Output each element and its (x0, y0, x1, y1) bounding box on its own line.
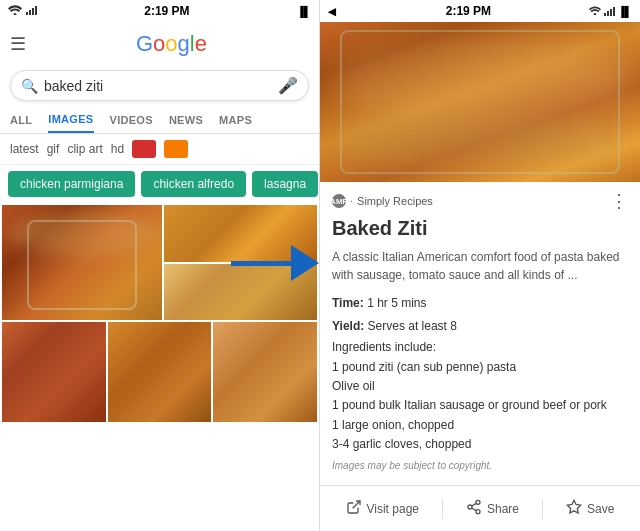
battery-icon: ▐▌ (297, 6, 311, 17)
source-name: Simply Recipes (357, 195, 433, 207)
share-button[interactable]: Share (458, 495, 527, 523)
recipe-time: Time: 1 hr 5 mins (332, 294, 628, 312)
menu-button[interactable]: ☰ (10, 33, 26, 55)
svg-point-0 (14, 13, 17, 15)
tab-videos[interactable]: VIDEOS (110, 108, 153, 132)
amp-icon: AMP (332, 194, 346, 208)
image-6[interactable] (213, 322, 317, 422)
svg-line-6 (472, 508, 477, 511)
grid-row-2 (2, 322, 317, 422)
signal-icon (26, 5, 37, 17)
filter-gif[interactable]: gif (47, 142, 60, 156)
tab-all[interactable]: ALL (10, 108, 32, 132)
save-label: Save (587, 502, 614, 516)
recipe-description: A classic Italian American comfort food … (332, 248, 628, 284)
filter-latest[interactable]: latest (10, 142, 39, 156)
right-signal-icon (604, 6, 615, 16)
filter-row: latest gif clip art hd (0, 134, 319, 165)
divider-2 (542, 499, 543, 519)
right-wifi-icon (589, 5, 601, 17)
recipe-yield: Yield: Serves at least 8 (332, 317, 628, 335)
left-time: 2:19 PM (144, 4, 189, 18)
header: ☰ Google (0, 22, 319, 66)
save-button[interactable]: Save (558, 495, 622, 523)
ingredients-title: Ingredients include: (332, 340, 628, 354)
right-panel: ◀ 2:19 PM ▐▌ (320, 0, 640, 531)
ingredient-5: 3-4 garlic cloves, chopped (332, 435, 628, 454)
navigation-arrow (231, 245, 319, 281)
image-4[interactable] (2, 322, 106, 422)
action-bar: Visit page Share Save (320, 485, 640, 531)
recipe-meta: AMP · Simply Recipes ⋮ (332, 190, 628, 212)
svg-point-3 (476, 500, 480, 504)
image-1[interactable] (2, 205, 162, 320)
filter-hd[interactable]: hd (111, 142, 124, 156)
svg-point-1 (594, 13, 597, 15)
visit-page-label: Visit page (367, 502, 419, 516)
svg-line-2 (352, 501, 359, 508)
wifi-icon (8, 5, 22, 17)
right-status-bar: ◀ 2:19 PM ▐▌ (320, 0, 640, 22)
svg-line-7 (472, 503, 477, 506)
svg-point-4 (468, 505, 472, 509)
star-icon (566, 499, 582, 519)
tab-maps[interactable]: MAPS (219, 108, 252, 132)
yield-label: Yield: (332, 319, 364, 333)
right-time: 2:19 PM (446, 4, 491, 18)
left-status-bar: 2:19 PM ▐▌ (0, 0, 319, 22)
left-status-right: ▐▌ (297, 6, 311, 17)
source-separator: · (350, 195, 353, 207)
ingredient-3: 1 pound bulk Italian sausage or ground b… (332, 396, 628, 415)
svg-point-5 (476, 509, 480, 513)
time-label: Time: (332, 296, 364, 310)
search-icon: 🔍 (21, 78, 38, 94)
mic-icon[interactable]: 🎤 (278, 76, 298, 95)
right-status-right: ▐▌ (589, 5, 632, 17)
ingredient-2: Olive oil (332, 377, 628, 396)
image-grid (0, 203, 319, 531)
search-query[interactable]: baked ziti (44, 78, 278, 94)
ingredient-1: 1 pound ziti (can sub penne) pasta (332, 358, 628, 377)
search-bar[interactable]: 🔍 baked ziti 🎤 (10, 70, 309, 101)
chip-chicken-parmigiana[interactable]: chicken parmigiana (8, 171, 135, 197)
divider-1 (442, 499, 443, 519)
chip-chicken-alfredo[interactable]: chicken alfredo (141, 171, 246, 197)
share-icon (466, 499, 482, 519)
recipe-title: Baked Ziti (332, 216, 628, 240)
svg-marker-8 (567, 500, 580, 513)
google-logo: Google (136, 31, 207, 57)
filter-red-swatch[interactable] (132, 140, 156, 158)
right-nav-icon: ◀ (328, 6, 336, 17)
tab-news[interactable]: NEWS (169, 108, 203, 132)
ingredient-4: 1 large onion, chopped (332, 416, 628, 435)
recipe-content: AMP · Simply Recipes ⋮ Baked Ziti A clas… (320, 182, 640, 485)
chip-lasagna[interactable]: lasagna (252, 171, 318, 197)
left-status-left (8, 5, 37, 17)
filter-orange-swatch[interactable] (164, 140, 188, 158)
left-panel: 2:19 PM ▐▌ ☰ Google 🔍 baked ziti 🎤 ALL I… (0, 0, 320, 531)
filter-clipart[interactable]: clip art (67, 142, 102, 156)
tab-images[interactable]: IMAGES (48, 107, 93, 133)
search-tabs: ALL IMAGES VIDEOS NEWS MAPS (0, 107, 319, 134)
right-status-left: ◀ (328, 5, 348, 17)
yield-value: Serves at least 8 (368, 319, 457, 333)
recipe-source: AMP · Simply Recipes (332, 194, 433, 208)
time-value: 1 hr 5 mins (367, 296, 426, 310)
external-link-icon (346, 499, 362, 519)
recipe-image (320, 22, 640, 182)
right-battery-icon: ▐▌ (618, 6, 632, 17)
copyright-note: Images may be subject to copyright. (332, 460, 628, 471)
image-5[interactable] (108, 322, 212, 422)
share-label: Share (487, 502, 519, 516)
suggestion-chips: chicken parmigiana chicken alfredo lasag… (0, 165, 319, 203)
more-options-icon[interactable]: ⋮ (610, 190, 628, 212)
visit-page-button[interactable]: Visit page (338, 495, 427, 523)
